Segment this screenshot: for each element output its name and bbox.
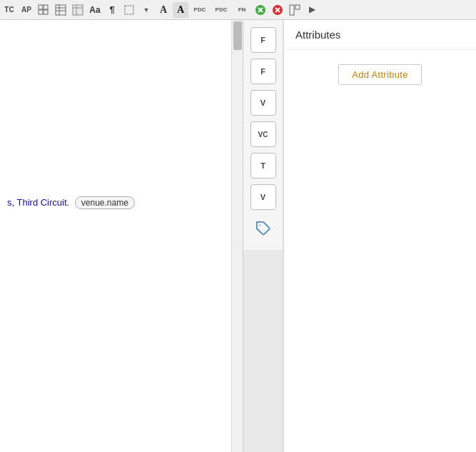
toolbar-cross-red[interactable]: [270, 2, 285, 18]
side-btn-f2[interactable]: F: [250, 59, 276, 84]
svg-rect-19: [295, 5, 300, 9]
scrollbar-thumb[interactable]: [233, 21, 242, 50]
toolbar-table2[interactable]: [53, 2, 69, 18]
attributes-panel: Attributes Add Attribute: [283, 20, 476, 452]
toolbar-cross-green[interactable]: [253, 2, 268, 18]
toolbar-dropdown-arrow[interactable]: ▼: [138, 2, 154, 18]
svg-rect-0: [39, 5, 43, 9]
side-btn-t[interactable]: T: [250, 153, 276, 179]
attributes-body: Add Attribute: [284, 50, 476, 452]
svg-rect-3: [44, 10, 48, 14]
toolbar-ap[interactable]: AP: [19, 2, 34, 18]
side-panel-empty: [243, 250, 283, 452]
svg-rect-11: [125, 6, 133, 14]
toolbar-paragraph[interactable]: ¶: [104, 2, 120, 18]
toolbar-table1[interactable]: [36, 2, 51, 18]
text-link: s, Third Circuit.: [7, 197, 69, 208]
svg-rect-18: [290, 5, 294, 15]
toolbar: TC AP Aa ¶ ▼ A A PDC PDC FN ▶: [0, 0, 476, 20]
add-attribute-button[interactable]: Add Attribute: [338, 64, 421, 85]
toolbar-grid-last[interactable]: [287, 2, 303, 18]
svg-rect-8: [73, 5, 83, 15]
side-btn-f1[interactable]: F: [250, 27, 276, 53]
toolbar-pdc1[interactable]: PDC: [190, 2, 210, 18]
document-text-area: s, Third Circuit. venue.name: [0, 182, 231, 224]
left-content-area: s, Third Circuit. venue.name: [0, 20, 232, 452]
side-btn-v2[interactable]: V: [250, 184, 276, 210]
tag-icon[interactable]: [250, 216, 276, 241]
side-btn-vc[interactable]: VC: [250, 121, 276, 147]
vertical-scrollbar[interactable]: [232, 20, 243, 452]
toolbar-font-a-solid[interactable]: A: [173, 2, 188, 18]
toolbar-dotted-box[interactable]: [121, 2, 137, 18]
toolbar-fn[interactable]: FN: [233, 2, 251, 18]
svg-rect-4: [56, 5, 66, 15]
toolbar-aa[interactable]: Aa: [87, 2, 103, 18]
side-btn-v1[interactable]: V: [250, 90, 276, 116]
toolbar-table3[interactable]: [70, 2, 86, 18]
toolbar-pdc2[interactable]: PDC: [211, 2, 231, 18]
attributes-header: Attributes: [284, 20, 476, 50]
svg-rect-2: [39, 10, 43, 14]
main-layout: s, Third Circuit. venue.name F F V VC T …: [0, 20, 476, 452]
svg-rect-1: [44, 5, 48, 9]
toolbar-font-a-outline[interactable]: A: [156, 2, 171, 18]
toolbar-tc[interactable]: TC: [1, 2, 17, 18]
venue-tag[interactable]: venue.name: [75, 196, 135, 209]
side-icon-panel: F F V VC T V: [243, 20, 283, 452]
toolbar-next-arrow[interactable]: ▶: [304, 2, 320, 18]
